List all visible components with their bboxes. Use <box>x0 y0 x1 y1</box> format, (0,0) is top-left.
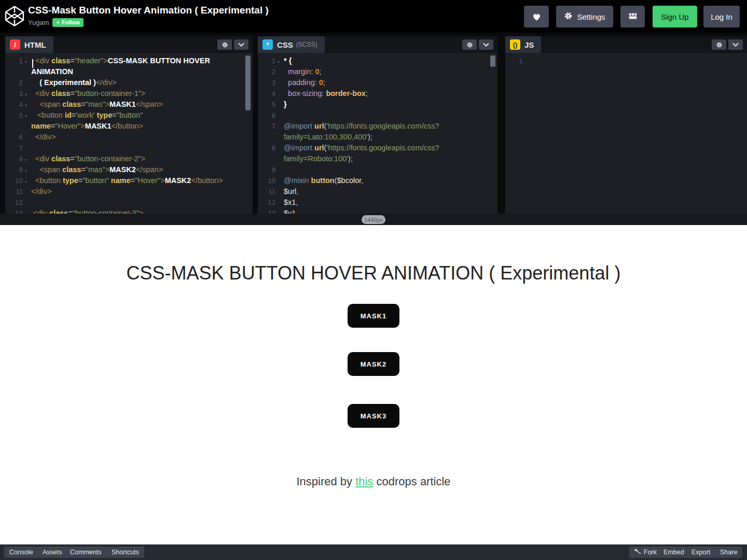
css-editor-panel: * CSS (SCSS) 1▾* {2 margin: 0;3 padding:… <box>258 36 497 214</box>
code-line[interactable]: 12 <box>5 197 253 208</box>
js-settings-gear-icon[interactable] <box>712 39 726 50</box>
love-button[interactable] <box>524 6 549 27</box>
line-number: 9 <box>5 164 23 175</box>
fold-marker-icon[interactable]: ▾ <box>25 176 27 187</box>
css-collapse-chevron-icon[interactable] <box>479 39 493 50</box>
preview-width-badge: 1440px <box>362 215 385 224</box>
code-text: padding: 0; <box>284 77 488 88</box>
code-line[interactable]: 7@import url('https://fonts.googleapis.c… <box>258 121 497 143</box>
code-line[interactable]: 13▾ <div class="button-container-3"> <box>5 208 253 214</box>
html-scrollbar[interactable] <box>245 55 251 110</box>
code-line[interactable]: 5} <box>258 99 497 110</box>
code-text: <button type="button" name="Hover">MASK2… <box>31 175 243 186</box>
fork-button[interactable]: Fork <box>629 547 662 558</box>
live-preview: CSS-MASK BUTTON HOVER ANIMATION ( Experi… <box>0 225 747 544</box>
fork-icon <box>634 549 641 556</box>
fold-marker-icon[interactable]: ▾ <box>25 89 27 100</box>
line-number: 5 <box>5 110 23 121</box>
html-collapse-chevron-icon[interactable] <box>234 39 248 50</box>
preview-resizer[interactable]: 1440px <box>0 214 747 225</box>
code-line[interactable]: 5▾ <button id='work' type="button" name=… <box>5 110 253 132</box>
code-line[interactable]: 4 box-sizing: border-box; <box>258 88 497 99</box>
code-line[interactable]: 11$url, <box>258 186 497 197</box>
js-code-editor[interactable]: 1 <box>505 53 747 66</box>
code-text: box-sizing: border-box; <box>284 88 488 99</box>
mask3-button[interactable]: MASK3 <box>348 404 399 428</box>
line-number: 13 <box>258 208 275 214</box>
line-number: 6 <box>258 110 275 121</box>
css-settings-gear-icon[interactable] <box>462 39 477 50</box>
code-line[interactable]: 6 </div> <box>5 132 253 143</box>
mask1-button[interactable]: MASK1 <box>348 304 399 328</box>
code-line[interactable]: 10@mixin button($bcolor, <box>258 175 497 186</box>
code-text: $url, <box>284 186 488 197</box>
code-line[interactable]: 11</div> <box>5 186 253 197</box>
html-code-editor[interactable]: 1▾ <div class="header">CSS-MASK BUTTON H… <box>5 53 253 214</box>
html-panel-header: / HTML <box>5 36 253 53</box>
code-line[interactable]: 1▾* { <box>258 55 497 66</box>
js-tab[interactable]: () JS <box>505 36 541 53</box>
code-line[interactable]: 8▾ <div class="button-container-2"> <box>5 153 253 164</box>
code-line[interactable]: 2 ( Experimental )</div> <box>5 77 253 88</box>
fold-marker-icon[interactable]: ▾ <box>25 209 27 214</box>
share-button[interactable]: Share <box>715 547 742 558</box>
code-text: margin: 0; <box>284 66 488 77</box>
line-number: 13 <box>5 208 23 214</box>
code-line[interactable]: 8@import url('https://fonts.googleapis.c… <box>258 143 497 164</box>
codrops-link[interactable]: this <box>355 475 373 488</box>
fold-marker-icon[interactable]: ▾ <box>25 155 27 165</box>
js-lang-icon: () <box>510 39 520 50</box>
code-text: </div> <box>31 186 243 197</box>
line-number: 5 <box>258 99 275 110</box>
author-name[interactable]: Yugam <box>28 19 49 26</box>
codepen-logo-icon[interactable] <box>5 6 24 26</box>
code-line[interactable]: 2 margin: 0; <box>258 66 497 77</box>
html-settings-gear-icon[interactable] <box>217 39 232 50</box>
sign-up-button[interactable]: Sign Up <box>653 6 697 27</box>
byline: Yugam +Follow <box>28 18 269 27</box>
html-tab[interactable]: / HTML <box>5 36 53 53</box>
fold-marker-icon[interactable]: ▾ <box>25 165 27 176</box>
code-line[interactable]: 9 <box>258 164 497 175</box>
css-tab[interactable]: * CSS (SCSS) <box>258 36 325 53</box>
css-code-editor[interactable]: 1▾* {2 margin: 0;3 padding: 0;4 box-sizi… <box>258 53 497 214</box>
code-line[interactable]: 3▾ <div class="button-container-1"> <box>5 88 253 99</box>
export-button[interactable]: Export <box>686 547 715 558</box>
comments-button[interactable]: Comments <box>65 547 106 558</box>
line-number: 10 <box>258 175 275 186</box>
assets-button[interactable]: Assets <box>37 547 67 558</box>
code-line[interactable]: 9▾ <span class="mas">MASK2</span> <box>5 164 253 175</box>
code-line[interactable]: 1▾ <div class="header">CSS-MASK BUTTON H… <box>5 55 253 77</box>
css-scrollbar[interactable] <box>490 55 495 67</box>
follow-button[interactable]: +Follow <box>52 18 83 27</box>
code-line[interactable]: 4▾ <span class="mas">MASK1</span> <box>5 99 253 110</box>
code-text: <button id='work' type="button" name="Ho… <box>31 110 243 132</box>
editor-area: / HTML 1▾ <div class="header">CSS-MASK B… <box>0 33 747 214</box>
js-editor-panel: () JS 1 <box>505 36 747 214</box>
layout-switcher-button[interactable] <box>620 6 645 27</box>
code-line[interactable]: 12$x1, <box>258 197 497 208</box>
console-button[interactable]: Console <box>4 547 38 558</box>
code-line[interactable]: 7 <box>5 143 253 153</box>
code-text: <div class="button-container-1"> <box>31 88 243 99</box>
fold-marker-icon[interactable]: ▾ <box>25 111 27 122</box>
fold-marker-icon[interactable]: ▾ <box>25 57 27 67</box>
shortcuts-button[interactable]: Shortcuts <box>106 547 144 558</box>
line-number: 4 <box>258 88 275 99</box>
code-line[interactable]: 3 padding: 0; <box>258 77 497 88</box>
fold-marker-icon[interactable]: ▾ <box>25 100 27 111</box>
log-in-button[interactable]: Log In <box>703 6 740 27</box>
embed-button[interactable]: Embed <box>658 547 689 558</box>
js-collapse-chevron-icon[interactable] <box>728 39 743 50</box>
code-line[interactable]: 10▾ <button type="button" name="Hover">M… <box>5 175 253 186</box>
code-text: <span class="mas">MASK2</span> <box>31 164 243 175</box>
code-line[interactable]: 1 <box>505 55 747 66</box>
code-text: @import url('https://fonts.googleapis.co… <box>284 143 488 164</box>
code-text: ( Experimental )</div> <box>31 77 243 88</box>
code-line[interactable]: 6 <box>258 110 497 121</box>
fold-marker-icon[interactable]: ▾ <box>278 57 280 67</box>
line-number: 8 <box>5 153 23 164</box>
mask2-button[interactable]: MASK2 <box>348 352 399 376</box>
code-line[interactable]: 13$y1, <box>258 208 497 214</box>
settings-button[interactable]: Settings <box>556 6 613 27</box>
